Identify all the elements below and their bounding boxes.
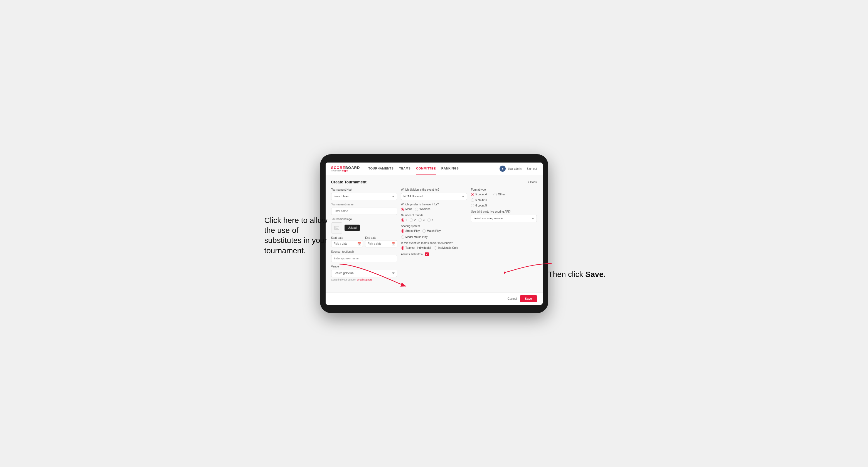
cancel-button[interactable]: Cancel <box>507 297 517 300</box>
end-date-label: End date <box>365 236 397 239</box>
format-6count4[interactable]: 6 count 4 <box>471 198 487 202</box>
rounds-2[interactable]: 2 <box>410 218 416 222</box>
rounds-3[interactable]: 3 <box>418 218 425 222</box>
format-row-3: 6 count 5 <box>471 204 537 207</box>
gender-radio-group: Mens Womens <box>401 208 467 211</box>
nav-user: B blair admin | Sign out <box>500 165 537 172</box>
tournament-name-label: Tournament name <box>331 203 397 206</box>
gender-womens-label: Womens <box>420 208 430 211</box>
scoring-api-select[interactable]: Select a scoring service <box>471 215 537 222</box>
format-row-2: 6 count 4 <box>471 198 537 202</box>
scoring-api-label: Use third-party live scoring API? <box>471 210 537 213</box>
rounds-4-radio[interactable] <box>428 218 431 222</box>
format-options: 5 count 4 Other <box>471 193 537 207</box>
gender-mens-radio[interactable] <box>401 208 404 211</box>
rounds-1[interactable]: 1 <box>401 218 407 222</box>
allow-substitutes-row: Allow substitutes? <box>401 252 467 256</box>
annotation-left: Click here to allow the use of substitut… <box>265 215 337 256</box>
user-name: blair admin <box>508 167 522 170</box>
gender-mens[interactable]: Mens <box>401 208 412 211</box>
annotation-right: Then click Save. <box>548 270 610 279</box>
rounds-4[interactable]: 4 <box>428 218 434 222</box>
event-type-radio-group: Teams (+Individuals) Individuals Only <box>401 246 467 250</box>
tablet-frame: SCOREBOARD Powered by clippd TOURNAMENTS… <box>320 154 548 313</box>
start-date-wrap: 📅 <box>331 240 363 247</box>
allow-substitutes-label: Allow substitutes? <box>401 253 423 256</box>
format-other[interactable]: Other <box>493 193 505 196</box>
date-row: Start date 📅 End date <box>331 236 397 247</box>
scoring-medal-match[interactable]: Medal Match Play <box>401 236 428 239</box>
rounds-1-radio[interactable] <box>401 218 404 222</box>
rounds-3-radio[interactable] <box>418 218 422 222</box>
event-individuals[interactable]: Individuals Only <box>434 246 458 250</box>
rounds-2-radio[interactable] <box>410 218 413 222</box>
scoring-radio-group: Stroke Play Match Play Medal Match Play <box>401 229 467 239</box>
rounds-label: Number of rounds <box>401 214 467 217</box>
allow-substitutes-checkbox[interactable] <box>425 252 429 256</box>
logo-upload-area: Upload <box>331 222 397 234</box>
back-link[interactable]: < Back <box>528 180 537 184</box>
event-teams[interactable]: Teams (+Individuals) <box>401 246 431 250</box>
format-other-radio[interactable] <box>493 193 497 196</box>
scoring-label: Scoring system <box>401 225 467 228</box>
division-select[interactable]: NCAA Division I <box>401 193 467 200</box>
tournament-host-select[interactable]: Search team <box>331 193 397 200</box>
tournament-name-input[interactable] <box>331 208 397 215</box>
scoring-field: Scoring system Stroke Play Match Play <box>401 225 467 239</box>
upload-button[interactable]: Upload <box>344 225 360 231</box>
event-type-field: Is this event for Teams and/or Individua… <box>401 242 467 250</box>
event-individuals-radio[interactable] <box>434 246 437 250</box>
nav-item-teams[interactable]: TEAMS <box>399 163 410 175</box>
format-row-1: 5 count 4 Other <box>471 193 537 196</box>
scoring-stroke[interactable]: Stroke Play <box>401 229 420 233</box>
event-teams-radio[interactable] <box>401 246 404 250</box>
end-date-wrap: 📅 <box>365 240 397 247</box>
calendar-icon-end: 📅 <box>392 242 396 246</box>
nav-separator: | <box>524 167 525 170</box>
tournament-host-label: Tournament Host <box>331 188 397 191</box>
nav-bar: SCOREBOARD Powered by clippd TOURNAMENTS… <box>326 162 543 175</box>
arrow-right-icon <box>504 261 554 275</box>
format-5count4[interactable]: 5 count 4 <box>471 193 487 196</box>
avatar: B <box>500 165 506 172</box>
gender-label: Which gender is the event for? <box>401 203 467 206</box>
logo-powered: Powered by clippd <box>331 170 360 172</box>
form-col-middle: Which division is the event for? NCAA Di… <box>401 188 467 281</box>
scoring-medal-match-radio[interactable] <box>401 236 404 239</box>
calendar-icon-start: 📅 <box>357 242 361 246</box>
gender-field: Which gender is the event for? Mens Wome… <box>401 203 467 211</box>
nav-items: TOURNAMENTS TEAMS COMMITTEE RANKINGS <box>368 163 500 175</box>
format-6count5-radio[interactable] <box>471 204 474 207</box>
allow-substitutes-field: Allow substitutes? <box>401 252 467 256</box>
rounds-field: Number of rounds 1 2 <box>401 214 467 222</box>
sign-out-link[interactable]: Sign out <box>527 167 537 170</box>
scoring-match-radio[interactable] <box>423 229 426 233</box>
gender-womens[interactable]: Womens <box>415 208 430 211</box>
scoring-stroke-radio[interactable] <box>401 229 404 233</box>
logo-area: SCOREBOARD Powered by clippd <box>331 165 360 172</box>
nav-item-rankings[interactable]: RANKINGS <box>441 163 459 175</box>
page-title: Create Tournament <box>331 180 367 184</box>
gender-mens-label: Mens <box>405 208 412 211</box>
format-type-field: Format type 5 count 4 Other <box>471 188 537 207</box>
page-header: Create Tournament < Back <box>331 180 537 184</box>
logo-scoreboard: SCOREBOARD <box>331 165 360 170</box>
tournament-logo-field: Tournament logo Upload <box>331 218 397 234</box>
format-6count4-radio[interactable] <box>471 198 474 202</box>
format-5count4-radio[interactable] <box>471 193 474 196</box>
format-type-label: Format type <box>471 188 537 191</box>
save-button[interactable]: Save <box>520 295 537 302</box>
gender-womens-radio[interactable] <box>415 208 418 211</box>
tournament-name-field: Tournament name <box>331 203 397 215</box>
division-label: Which division is the event for? <box>401 188 467 191</box>
nav-item-tournaments[interactable]: TOURNAMENTS <box>368 163 394 175</box>
nav-item-committee[interactable]: COMMITTEE <box>416 163 436 175</box>
tournament-logo-label: Tournament logo <box>331 218 397 221</box>
scoring-match[interactable]: Match Play <box>423 229 440 233</box>
scoring-api-field: Use third-party live scoring API? Select… <box>471 210 537 222</box>
event-type-label: Is this event for Teams and/or Individua… <box>401 242 467 245</box>
tournament-host-field: Tournament Host Search team <box>331 188 397 200</box>
arrow-left-icon <box>337 261 409 289</box>
division-field: Which division is the event for? NCAA Di… <box>401 188 467 200</box>
format-6count5[interactable]: 6 count 5 <box>471 204 487 207</box>
